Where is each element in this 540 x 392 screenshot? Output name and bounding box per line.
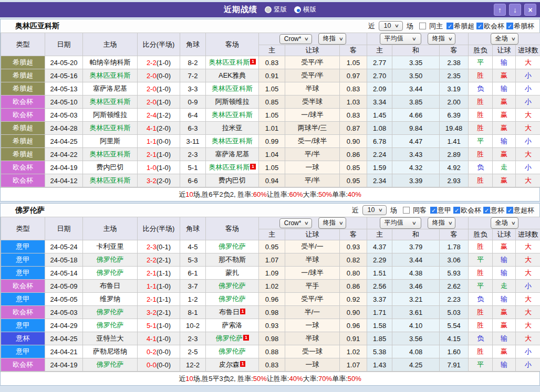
league-filter-希腊超[interactable]: ✓希腊超 (444, 22, 474, 31)
result-cell: 胜 (469, 69, 493, 82)
team-label: 奥林匹亚科斯 (212, 137, 253, 145)
match-type-cell: 希腊超 (1, 69, 45, 82)
col-header-away: 客场 (206, 217, 259, 240)
avg-draw-odds-cell: 4.38 (392, 267, 440, 280)
handicap-line-cell: 一球 (285, 319, 340, 332)
average-select[interactable]: 平均值∨ (380, 33, 422, 45)
league-filter-意超杯[interactable]: ✓意超杯 (504, 206, 534, 215)
summary-text: 单率: (332, 190, 348, 199)
result-cell: 胜 (469, 319, 493, 332)
avg-home-odds-cell: 6.78 (367, 135, 392, 148)
avg-home-odds-cell: 4.37 (367, 240, 392, 253)
result-cell: 胜 (469, 122, 493, 135)
match-date-cell: 24-05-10 (45, 96, 83, 109)
match-row: 欧会杯24-04-12奥林匹亚科斯3-2(2-0)6-6费内巴切0.94平/半0… (1, 174, 540, 187)
same-venue-checkbox[interactable] (419, 23, 426, 29)
handicap-result-cell: 赢 (493, 319, 516, 332)
home-team-cell: 佛罗伦萨 (83, 319, 138, 332)
move-up-button[interactable]: ↑ (494, 4, 506, 16)
chevron-down-icon: ∨ (304, 36, 309, 41)
results-table: 类型 日期 主场 比分(半场) 角球 客场 Crow*∨ 终指∨ 平均值∨ 终指… (1, 217, 540, 372)
avg-draw-odds-cell: 4.10 (392, 319, 440, 332)
match-row: 欧会杯24-05-03佛罗伦萨3-2(2-1)8-1布鲁日10.98半/一0.9… (1, 306, 540, 319)
chevron-down-icon: ∨ (338, 36, 343, 41)
checkbox-icon[interactable]: ✓ (446, 23, 453, 29)
result-cell: 胜 (469, 109, 493, 122)
avg-away-odds-cell: 5.93 (440, 267, 469, 280)
full-time-score: 3-2 (147, 309, 157, 316)
avg-draw-odds-cell: 3.44 (392, 253, 440, 267)
full-match-select[interactable]: 全场∨ (491, 217, 519, 229)
filter-games-label: 场 (390, 206, 397, 215)
full-time-score: 4-1 (147, 335, 157, 343)
handicap-odds-home-cell: 1.07 (259, 253, 285, 267)
league-filter-欧会杯[interactable]: ✓欧会杯 (451, 206, 481, 215)
checkbox-icon[interactable]: ✓ (476, 23, 483, 29)
handicap-line-cell: 受平/半 (285, 69, 340, 82)
match-type-cell: 欧会杯 (1, 96, 45, 109)
corners-cell: 2-5 (180, 345, 206, 358)
score-cell: 0-2(0-0) (138, 345, 180, 358)
goals-over-under-cell: 小 (516, 358, 540, 372)
col-header-date: 日期 (45, 217, 83, 240)
radio-icon[interactable] (265, 6, 272, 13)
result-cell: 胜 (469, 96, 493, 109)
team-label: 奥林匹亚科斯 (209, 163, 250, 171)
match-count-select[interactable]: 10 ∨ (362, 205, 387, 215)
checkbox-icon[interactable]: ✓ (483, 207, 490, 214)
radio-label-vertical[interactable]: 竖版 (274, 5, 287, 14)
final-odds-select-2[interactable]: 终指∨ (428, 217, 456, 229)
league-filter-list: ✓意甲✓欧会杯✓意杯✓意超杯 (428, 206, 534, 215)
goals-over-under-cell: 大 (516, 56, 540, 69)
result-cell: 负 (469, 161, 493, 174)
league-filter-意甲[interactable]: ✓意甲 (428, 206, 451, 215)
match-row: 希腊超24-05-20帕纳辛纳科斯2-2(1-0)8-2奥林匹亚科斯10.83受… (1, 56, 540, 69)
match-type-cell: 意杯 (1, 332, 45, 345)
full-time-score: 2-1 (147, 269, 157, 277)
bookmaker-select[interactable]: Crow*∨ (279, 34, 312, 44)
radio-icon-selected[interactable] (294, 6, 301, 13)
match-row: 欧会杯24-05-09布鲁日1-1(1-0)3-7佛罗伦萨1.02平手0.862… (1, 280, 540, 293)
checkbox-icon[interactable]: ✓ (453, 207, 460, 214)
team-label: 佛罗伦萨 (215, 334, 243, 342)
avg-home-odds-cell: 2.29 (367, 253, 392, 267)
same-venue-label: 同客 (413, 206, 427, 215)
team-label: 亚特兰大 (97, 334, 124, 342)
col-header-type: 类型 (1, 33, 45, 56)
close-button[interactable]: × (524, 4, 536, 16)
league-filter-欧会杯[interactable]: ✓欧会杯 (474, 22, 504, 31)
full-match-select[interactable]: 全场∨ (491, 33, 519, 45)
final-odds-select-1[interactable]: 终指∨ (318, 33, 347, 45)
final-odds-select-1[interactable]: 终指∨ (318, 217, 347, 229)
sub-header-odds-home: 主 (259, 45, 285, 56)
goals-over-under-cell: 大 (516, 253, 540, 267)
league-filter-意杯[interactable]: ✓意杯 (481, 206, 504, 215)
checkbox-icon[interactable]: ✓ (506, 207, 513, 214)
handicap-odds-home-cell: 1.01 (259, 122, 285, 135)
score-cell: 4-1(2-0) (138, 122, 180, 135)
radio-label-horizontal[interactable]: 横版 (303, 5, 316, 14)
league-filter-希腊杯[interactable]: ✓希腊杯 (504, 22, 534, 31)
handicap-odds-home-cell: 0.99 (259, 135, 285, 148)
layout-radio-horizontal[interactable]: 横版 (294, 5, 316, 14)
half-time-score: (0-0) (157, 348, 171, 356)
sub-header-avg-away: 客 (440, 229, 469, 240)
checkbox-icon[interactable]: ✓ (430, 207, 437, 214)
team-label: 佛罗伦萨 (97, 256, 124, 263)
avg-away-odds-cell: 2.89 (440, 148, 469, 161)
move-down-button[interactable]: ↓ (509, 4, 521, 16)
score-cell: 3-2(2-1) (138, 306, 180, 319)
checkbox-icon[interactable]: ✓ (506, 23, 513, 29)
handicap-odds-away-cell: 0.91 (340, 332, 367, 345)
filter-recent-label: 近 (352, 206, 359, 215)
final-odds-select-2[interactable]: 终指∨ (428, 33, 456, 45)
avg-draw-odds-cell: 4.08 (392, 345, 440, 358)
result-cell: 胜 (469, 174, 493, 187)
match-count-select[interactable]: 10 ∨ (379, 21, 403, 31)
handicap-odds-away-cell: 1.02 (340, 345, 367, 358)
layout-radio-vertical[interactable]: 竖版 (265, 5, 287, 14)
same-venue-checkbox[interactable] (403, 207, 410, 214)
average-select[interactable]: 平均值∨ (380, 217, 422, 229)
bookmaker-select[interactable]: Crow*∨ (279, 218, 312, 228)
handicap-result-cell: 赢 (493, 345, 516, 358)
